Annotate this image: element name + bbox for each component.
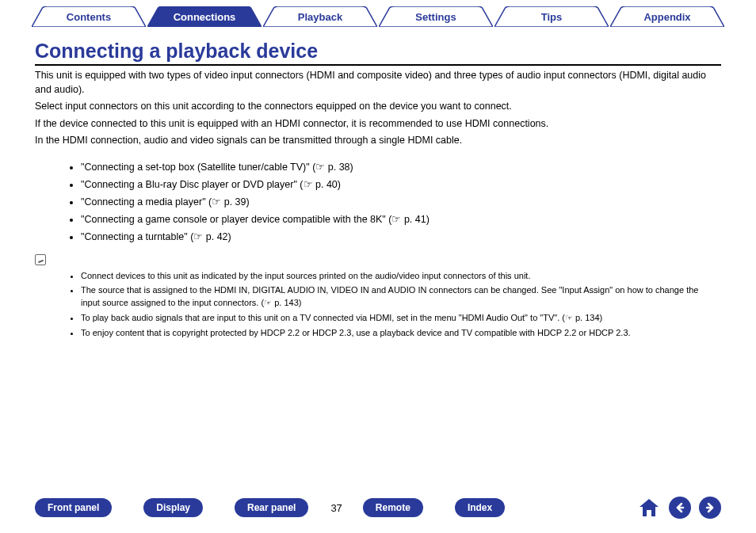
- reference-link-list: "Connecting a set-top box (Satellite tun…: [49, 159, 721, 245]
- link-text: "Connecting a turntable" (☞ p. 42): [81, 231, 231, 242]
- pill-label: Display: [156, 502, 190, 513]
- reference-link[interactable]: "Connecting a game console or player dev…: [81, 211, 721, 227]
- tab-label: Contents: [67, 11, 111, 23]
- notes-list: Connect devices to this unit as indicate…: [49, 270, 721, 341]
- tab-contents[interactable]: Contents: [32, 6, 146, 27]
- link-text: "Connecting a media player" (☞ p. 39): [81, 196, 250, 207]
- front-panel-button[interactable]: Front panel: [35, 498, 112, 517]
- pill-label: Index: [468, 502, 492, 513]
- intro-paragraph: Select input connectors on this unit acc…: [35, 100, 721, 114]
- tab-playback[interactable]: Playback: [263, 6, 377, 27]
- tab-label: Playback: [298, 11, 342, 23]
- reference-link[interactable]: "Connecting a set-top box (Satellite tun…: [81, 159, 721, 175]
- pencil-note-icon: [35, 254, 46, 265]
- pill-label: Rear panel: [247, 502, 296, 513]
- display-button[interactable]: Display: [143, 498, 203, 517]
- intro-paragraph: This unit is equipped with two types of …: [35, 69, 721, 97]
- tab-label: Appendix: [643, 11, 690, 23]
- reference-link[interactable]: "Connecting a Blu-ray Disc player or DVD…: [81, 177, 721, 192]
- bottom-bar: Front panel Display Rear panel 37 Remote…: [0, 497, 756, 519]
- tab-label: Connections: [174, 11, 236, 23]
- intro-paragraph: If the device connected to this unit is …: [35, 117, 721, 131]
- tab-tips[interactable]: Tips: [494, 6, 609, 27]
- tab-label: Tips: [541, 11, 563, 23]
- intro-paragraph: In the HDMI connection, audio and video …: [35, 134, 721, 148]
- note-item: The source that is assigned to the HDMI …: [81, 284, 715, 310]
- tab-label: Settings: [415, 11, 456, 23]
- reference-link[interactable]: "Connecting a media player" (☞ p. 39): [81, 194, 721, 210]
- pill-label: Remote: [376, 502, 410, 513]
- page-title: Connecting a playback device: [35, 40, 721, 66]
- prev-page-icon[interactable]: [669, 497, 691, 519]
- remote-button[interactable]: Remote: [363, 498, 423, 517]
- note-item: To play back audio signals that are inpu…: [81, 312, 715, 325]
- pill-label: Front panel: [48, 502, 99, 513]
- nav-icons: [637, 497, 721, 519]
- note-item: To enjoy content that is copyright prote…: [81, 327, 715, 340]
- home-icon[interactable]: [637, 497, 661, 519]
- link-text: "Connecting a set-top box (Satellite tun…: [81, 162, 353, 173]
- reference-link[interactable]: "Connecting a turntable" (☞ p. 42): [81, 229, 721, 245]
- page-number: 37: [330, 502, 342, 514]
- link-text: "Connecting a game console or player dev…: [81, 214, 430, 225]
- link-text: "Connecting a Blu-ray Disc player or DVD…: [81, 179, 341, 190]
- index-button[interactable]: Index: [455, 498, 505, 517]
- tab-appendix[interactable]: Appendix: [610, 6, 724, 27]
- tab-settings[interactable]: Settings: [379, 6, 493, 27]
- page-body: Connecting a playback device This unit i…: [0, 27, 756, 340]
- rear-panel-button[interactable]: Rear panel: [235, 498, 308, 517]
- next-page-icon[interactable]: [699, 497, 721, 519]
- top-tab-bar: Contents Connections Playback Settings T…: [0, 0, 756, 27]
- note-item: Connect devices to this unit as indicate…: [81, 270, 715, 283]
- tab-connections[interactable]: Connections: [147, 6, 262, 27]
